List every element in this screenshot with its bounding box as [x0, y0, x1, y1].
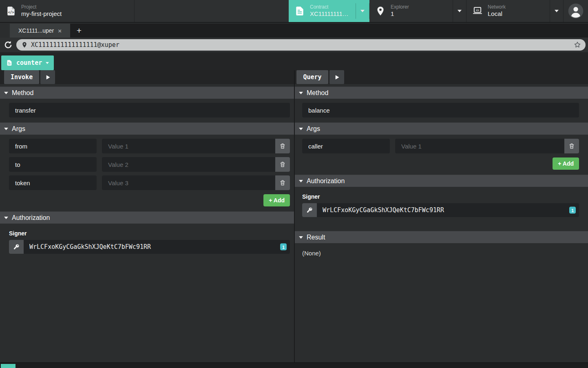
- delete-arg-button[interactable]: [275, 157, 290, 172]
- section-title: Result: [307, 234, 325, 241]
- project-file-icon: </>: [6, 6, 16, 16]
- arg-value-input[interactable]: [102, 157, 275, 172]
- address-input[interactable]: [31, 41, 570, 49]
- invoke-method-section-header[interactable]: Method: [0, 86, 294, 99]
- invoke-run-button[interactable]: [40, 70, 55, 84]
- invoke-method-input[interactable]: [9, 103, 290, 117]
- key-icon: [306, 207, 313, 213]
- invoke-args-list: + Add: [0, 139, 294, 211]
- explorer-selector[interactable]: Explorer 1: [369, 0, 453, 22]
- invoke-args-section-header[interactable]: Args: [0, 122, 294, 135]
- query-result-value: (None): [302, 250, 579, 257]
- query-action-row: Query: [295, 70, 588, 84]
- delete-arg-button[interactable]: [275, 175, 290, 190]
- tab-title: XC1111...uper: [18, 27, 54, 34]
- arg-row: [9, 139, 290, 153]
- bottom-status-bar: [0, 362, 588, 368]
- contract-selector[interactable]: Contract XC11111111…: [289, 0, 369, 22]
- add-arg-button[interactable]: + Add: [553, 157, 579, 170]
- contract-file-name: counter: [16, 59, 42, 67]
- caret-down-icon: [299, 128, 303, 130]
- add-arg-button[interactable]: + Add: [263, 194, 290, 206]
- location-pin-icon: [375, 6, 386, 16]
- arg-value-group: [102, 139, 290, 153]
- main-content: Invoke Method Args: [0, 70, 588, 362]
- key-addon: [9, 240, 24, 254]
- caret-down-icon: [4, 217, 8, 219]
- signer-address-input[interactable]: [24, 240, 290, 254]
- query-args-section-header[interactable]: Args: [295, 122, 588, 135]
- query-panel: Query Method Args: [295, 70, 588, 362]
- signer-input-group: 1: [9, 240, 290, 254]
- refresh-icon[interactable]: [3, 40, 13, 50]
- chevron-down-icon: [555, 10, 559, 12]
- network-label: Network: [488, 4, 506, 10]
- contract-file-dropdown[interactable]: counter: [1, 55, 54, 70]
- caret-down-icon: [4, 128, 8, 130]
- arg-name-input[interactable]: [9, 157, 97, 172]
- top-bar: </> Project my-first-project Contract XC…: [0, 0, 588, 23]
- invoke-action-row: Invoke: [0, 70, 294, 84]
- signer-input-group: 1: [302, 203, 579, 217]
- delete-arg-button[interactable]: [275, 139, 290, 153]
- network-dropdown-button[interactable]: [550, 0, 564, 22]
- caret-down-icon: [4, 92, 8, 94]
- trash-icon: [279, 143, 286, 149]
- signer-count-badge: 1: [280, 244, 287, 251]
- bottom-teal-indicator: [1, 364, 15, 368]
- arg-value-group: [102, 157, 290, 172]
- query-result-section-header[interactable]: Result: [295, 231, 588, 243]
- add-arg-row: + Add: [302, 157, 579, 170]
- topbar-spacer: [135, 0, 289, 22]
- key-addon: [302, 203, 317, 217]
- signer-label: Signer: [9, 230, 290, 237]
- section-title: Method: [307, 89, 328, 97]
- query-authorization-section-header[interactable]: Authorization: [295, 175, 588, 187]
- explorer-dropdown-button[interactable]: [453, 0, 466, 22]
- query-method-input[interactable]: [302, 103, 579, 117]
- tab-close-icon[interactable]: ×: [58, 27, 62, 34]
- play-icon: [45, 74, 51, 80]
- arg-row: [302, 139, 579, 153]
- contract-dropdown-button[interactable]: [356, 3, 369, 19]
- arg-value-group: [102, 175, 290, 190]
- contract-label: Contract: [310, 4, 349, 10]
- arg-name-input[interactable]: [9, 139, 97, 153]
- arg-name-input[interactable]: [302, 139, 390, 153]
- network-selector[interactable]: <> Network Local: [466, 0, 550, 22]
- network-icon: <>: [472, 6, 483, 16]
- arg-value-input[interactable]: [102, 175, 275, 190]
- project-selector[interactable]: </> Project my-first-project: [0, 0, 135, 22]
- key-icon: [13, 244, 20, 250]
- address-pill[interactable]: [16, 39, 586, 51]
- signer-label: Signer: [302, 193, 579, 200]
- arg-name-input[interactable]: [9, 175, 97, 190]
- star-bookmark-icon[interactable]: [573, 41, 581, 49]
- tab-contract[interactable]: XC1111...uper ×: [10, 24, 70, 38]
- project-value: my-first-project: [21, 10, 62, 18]
- signer-count-badge: 1: [569, 207, 576, 214]
- caret-down-icon: [299, 92, 303, 94]
- caret-down-icon: [299, 236, 303, 239]
- query-method-section-header[interactable]: Method: [295, 86, 588, 99]
- arg-value-input[interactable]: [395, 139, 564, 153]
- section-title: Method: [12, 89, 33, 97]
- chevron-down-icon: [458, 10, 462, 12]
- new-tab-button[interactable]: +: [70, 24, 88, 38]
- delete-arg-button[interactable]: [564, 139, 579, 153]
- invoke-authorization-section-header[interactable]: Authorization: [0, 211, 294, 224]
- signer-address-input[interactable]: [317, 203, 579, 217]
- invoke-panel: Invoke Method Args: [0, 70, 294, 362]
- query-run-button[interactable]: [329, 70, 344, 84]
- trash-icon: [279, 161, 286, 168]
- invoke-button[interactable]: Invoke: [4, 70, 39, 84]
- tabbar-left-pad: [0, 24, 10, 38]
- chevron-down-icon: [46, 62, 49, 64]
- user-avatar-button[interactable]: [564, 0, 588, 22]
- arg-value-input[interactable]: [102, 139, 275, 153]
- query-button[interactable]: Query: [296, 70, 328, 84]
- section-title: Authorization: [307, 177, 345, 185]
- contract-select-row: counter: [0, 52, 588, 70]
- address-pin-icon: [21, 42, 28, 48]
- chevron-down-icon: [360, 10, 365, 12]
